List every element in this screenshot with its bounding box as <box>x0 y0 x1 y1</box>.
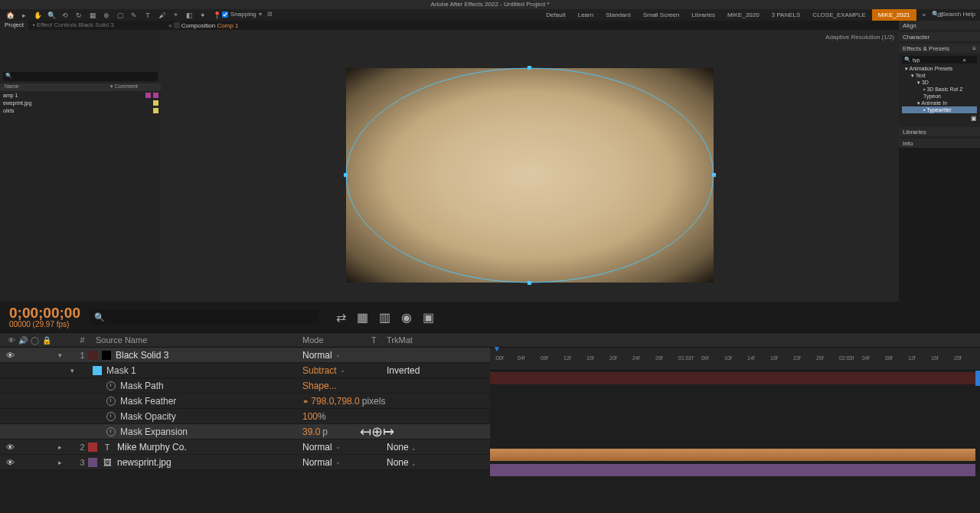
ws-learn[interactable]: Learn <box>572 9 599 21</box>
expansion-value[interactable]: 39.0 <box>302 426 320 437</box>
libraries-panel-header[interactable]: Libraries <box>899 127 980 136</box>
ws-mike2020[interactable]: MIKE_2020 <box>721 9 766 21</box>
panel-menu-icon[interactable]: ≡ <box>972 45 976 53</box>
blend-mode-select[interactable]: Normal⌄ <box>302 442 371 453</box>
snapping-checkbox[interactable] <box>222 11 228 18</box>
col-mode[interactable]: Mode <box>302 335 371 345</box>
track-lane-1[interactable] <box>490 371 980 386</box>
roto-tool-icon[interactable]: ✦ <box>198 11 207 20</box>
comp-tab-close-icon[interactable]: × <box>168 22 172 29</box>
orbit-tool-icon[interactable]: ⟲ <box>60 11 70 20</box>
layer-color-swatch[interactable] <box>88 443 97 452</box>
draft3d-icon[interactable]: ▦ <box>357 310 368 325</box>
col-number[interactable]: # <box>77 335 88 345</box>
trkmat-select[interactable]: None ⌄ <box>387 457 416 468</box>
clone-tool-icon[interactable]: ⌖ <box>171 11 180 20</box>
solo-icon[interactable]: ◯ <box>31 336 39 345</box>
visibility-toggle[interactable]: 👁 <box>6 458 15 467</box>
tree-3d[interactable]: ▾ 3D <box>902 79 977 86</box>
twirl-icon[interactable]: ▾ <box>68 367 77 374</box>
tree-anim-presets[interactable]: ▾ Animation Presets <box>902 65 977 72</box>
clear-search-icon[interactable]: × <box>962 57 966 64</box>
stopwatch-icon[interactable] <box>106 397 116 406</box>
col-comment[interactable]: ▾ Comment <box>110 83 138 91</box>
timecode-main[interactable]: 0;00;00;00 <box>9 306 80 320</box>
ws-3panels[interactable]: 3 PANELS <box>766 9 807 21</box>
effects-search-input[interactable] <box>913 57 962 63</box>
canvas[interactable] <box>346 68 714 283</box>
lock-icon[interactable]: 🔒 <box>42 336 51 345</box>
tree-animate-in[interactable]: ▾ Animate In <box>902 100 977 106</box>
effects-apply-icon[interactable]: ▣ <box>902 113 977 123</box>
tree-text[interactable]: ▾ Text <box>902 72 977 79</box>
layer-name[interactable]: Mike Murphy Co. <box>117 442 187 453</box>
layer-name[interactable]: Black Solid 3 <box>116 350 168 361</box>
time-ruler[interactable]: ▼ :00f 04f 08f 12f 16f 20f 24f 28f 01:02… <box>490 348 980 371</box>
effects-panel-header[interactable]: Effects & Presets≡ <box>899 44 980 53</box>
brush-tool-icon[interactable]: 🖌 <box>157 11 166 20</box>
effects-search[interactable]: 🔍 × <box>902 56 977 64</box>
layer-color-swatch[interactable] <box>88 351 97 360</box>
track-lane-2[interactable] <box>490 447 980 462</box>
motion-blur-icon[interactable]: ▣ <box>423 310 434 325</box>
puppet-tool-icon[interactable]: 📍 <box>212 11 221 20</box>
twirl-icon[interactable]: ▸ <box>55 443 64 451</box>
audio-icon[interactable]: 🔊 <box>18 336 28 345</box>
opacity-value[interactable]: 100 <box>302 411 318 422</box>
trkmat-select[interactable]: None ⌄ <box>387 442 416 453</box>
search-help[interactable]: 🔍 Search Help <box>932 11 975 18</box>
tab-effect-controls[interactable]: ▪ Effect Controls Black Solid 3 <box>28 21 119 30</box>
snapping-opt-icon[interactable]: ⊞ <box>267 11 273 18</box>
align-panel-header[interactable]: Align <box>899 21 980 30</box>
mask-path-value[interactable]: Shape... <box>302 381 337 391</box>
constrain-icon[interactable]: ⚭ <box>302 397 309 406</box>
stopwatch-icon[interactable] <box>106 381 116 390</box>
timecode-display[interactable]: 0;00;00;00 00000 (29.97 fps) <box>9 306 80 328</box>
rotate-tool-icon[interactable]: ↻ <box>74 11 83 20</box>
comp-tab-label[interactable]: Composition Comp 1 <box>181 22 239 29</box>
project-item[interactable]: amp 1 <box>0 91 161 99</box>
visibility-toggle[interactable]: 👁 <box>6 351 15 360</box>
project-item[interactable]: olids <box>0 106 161 114</box>
composition-flowchart-icon[interactable]: ⇄ <box>336 310 346 325</box>
blend-mode-select[interactable]: Normal⌄ <box>302 350 371 361</box>
twirl-icon[interactable]: ▾ <box>55 351 64 359</box>
stopwatch-icon[interactable] <box>106 427 116 436</box>
character-panel-header[interactable]: Character <box>899 32 980 41</box>
ws-standard[interactable]: Standard <box>599 9 636 21</box>
layer-name[interactable]: newsprint.jpg <box>117 457 172 468</box>
snapping-arrow-icon[interactable]: ▾ <box>259 11 262 18</box>
visibility-toggle[interactable]: 👁 <box>6 443 15 452</box>
ws-default[interactable]: Default <box>540 9 571 21</box>
cti-indicator-icon[interactable]: ▼ <box>493 345 501 353</box>
frame-blend-icon[interactable]: ◉ <box>401 310 412 325</box>
feather-value[interactable]: 798.0,798.0 <box>311 396 359 407</box>
ws-libraries[interactable]: Libraries <box>685 9 721 21</box>
tree-typewriter[interactable]: ▪ Typewriter <box>902 106 977 113</box>
col-t[interactable]: T <box>371 335 387 345</box>
type-tool-icon[interactable]: T <box>143 11 152 20</box>
snapping-toggle[interactable]: Snapping ▾ ⊞ <box>222 11 273 18</box>
video-icon[interactable]: 👁 <box>8 336 15 345</box>
timeline-search[interactable]: 🔍 <box>90 309 319 325</box>
twirl-icon[interactable]: ▸ <box>55 459 64 466</box>
selection-tool-icon[interactable]: ▸ <box>19 11 28 20</box>
pan-behind-tool-icon[interactable]: ⊕ <box>102 11 111 20</box>
ws-close[interactable]: CLOSE_EXAMPLE <box>806 9 871 21</box>
col-name[interactable]: Name <box>0 83 77 91</box>
timeline-tracks[interactable]: ▼ :00f 04f 08f 12f 16f 20f 24f 28f 01:02… <box>490 348 980 513</box>
track-lane-3[interactable] <box>490 462 980 478</box>
tab-project[interactable]: Project <box>0 21 28 30</box>
home-icon[interactable]: 🏠 <box>5 11 15 20</box>
ws-mike2021[interactable]: MIKE_2021 <box>872 9 916 21</box>
composition-viewer[interactable]: Adaptive Resolution (1/2) <box>161 30 899 302</box>
layer-color-swatch[interactable] <box>88 458 97 467</box>
hand-tool-icon[interactable]: ✋ <box>33 11 42 20</box>
info-panel-header[interactable]: Info <box>899 139 980 148</box>
end-marker[interactable] <box>975 371 980 386</box>
camera-tool-icon[interactable]: ▦ <box>88 11 97 20</box>
project-item[interactable]: ewsprint.jpg <box>0 99 161 106</box>
shy-layers-icon[interactable]: ▥ <box>379 310 390 325</box>
mask-color-swatch[interactable] <box>93 366 102 375</box>
zoom-tool-icon[interactable]: 🔍 <box>47 11 56 20</box>
